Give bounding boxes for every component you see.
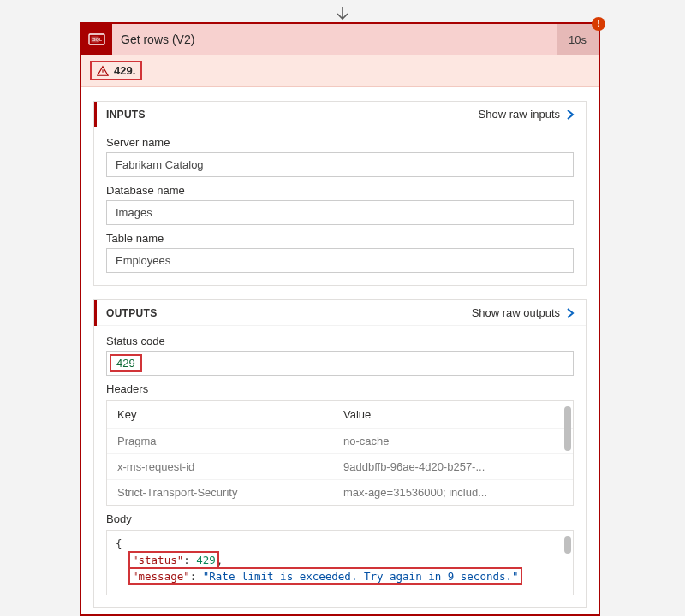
database-name-label: Database name bbox=[106, 184, 574, 197]
action-header[interactable]: SQL Get rows (V2) 10s bbox=[81, 24, 599, 55]
scrollbar-thumb[interactable] bbox=[564, 406, 571, 451]
inputs-heading: INPUTS bbox=[106, 109, 479, 121]
server-name-label: Server name bbox=[106, 136, 574, 149]
status-code-box: 429 bbox=[106, 351, 574, 376]
table-name-value: Employees bbox=[106, 248, 574, 273]
body-status-highlight: "status": 429 bbox=[131, 554, 217, 566]
error-badge-icon: ! bbox=[592, 17, 605, 31]
error-code-chip: 429. bbox=[90, 61, 142, 80]
headers-value-col: Value bbox=[343, 408, 563, 421]
chevron-right-icon bbox=[565, 307, 575, 319]
table-row: x-ms-request-id 9addbffb-96ae-4d20-b257-… bbox=[107, 453, 573, 479]
error-banner: 429. bbox=[81, 55, 599, 87]
server-name-value: Fabrikam Catalog bbox=[106, 152, 574, 177]
chevron-right-icon bbox=[565, 109, 575, 121]
inputs-panel: INPUTS Show raw inputs Server name Fabri… bbox=[93, 101, 587, 286]
show-raw-inputs-link[interactable]: Show raw inputs bbox=[479, 108, 575, 121]
show-raw-outputs-link[interactable]: Show raw outputs bbox=[472, 306, 575, 319]
table-name-label: Table name bbox=[106, 232, 574, 245]
table-row: Pragma no-cache bbox=[107, 428, 573, 453]
action-card: ! SQL Get rows (V2) 10s bbox=[80, 22, 600, 616]
headers-key-col: Key bbox=[117, 408, 343, 421]
action-duration: 10s bbox=[557, 24, 599, 55]
warning-icon bbox=[97, 65, 109, 77]
status-code-label: Status code bbox=[106, 335, 574, 347]
error-code-text: 429. bbox=[114, 64, 135, 77]
database-name-value: Images bbox=[106, 200, 574, 225]
sql-connector-icon: SQL bbox=[81, 24, 112, 55]
headers-label: Headers bbox=[106, 382, 574, 395]
outputs-heading: OUTPUTS bbox=[106, 307, 472, 319]
response-body: { "status": 429, "message": "Rate limit … bbox=[106, 530, 574, 595]
table-row: Strict-Transport-Security max-age=315360… bbox=[107, 479, 573, 505]
headers-table: Key Value Pragma no-cache x-ms-request-i… bbox=[106, 400, 574, 506]
svg-text:SQL: SQL bbox=[92, 37, 102, 42]
status-code-value: 429 bbox=[110, 354, 142, 372]
body-message-highlight: "message": "Rate limit is exceeded. Try … bbox=[131, 570, 520, 583]
body-label: Body bbox=[106, 512, 574, 525]
action-title: Get rows (V2) bbox=[112, 33, 557, 46]
svg-point-4 bbox=[102, 73, 103, 74]
scrollbar-thumb[interactable] bbox=[564, 536, 571, 554]
outputs-panel: OUTPUTS Show raw outputs Status code 429… bbox=[93, 299, 587, 608]
